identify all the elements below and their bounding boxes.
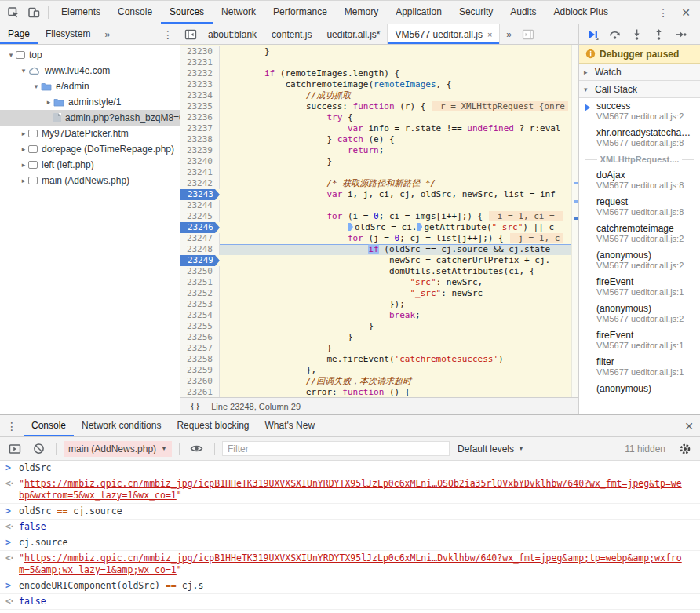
hide-navigator-icon[interactable] (180, 25, 201, 44)
clear-console-icon[interactable] (28, 440, 49, 458)
kebab-menu-icon[interactable]: ⋮ (156, 28, 180, 41)
inspect-element-icon[interactable] (3, 3, 24, 22)
console-filter-input[interactable] (222, 441, 450, 456)
panel-tab-console[interactable]: Console (109, 1, 161, 24)
tree-item-e-admin[interactable]: ▾e/admin (0, 78, 180, 94)
call-stack-frame[interactable]: successVM5677 ueditor.all.js:2 (579, 98, 700, 125)
line-number[interactable]: 23248 (180, 244, 220, 255)
more-tabs-icon[interactable]: » (98, 29, 116, 40)
chevron-right-icon[interactable]: ▸ (19, 161, 28, 169)
code-line[interactable]: 23236 try { (180, 112, 578, 123)
call-stack-frame[interactable]: (anonymous) (579, 381, 700, 397)
code-line[interactable]: 23245 for (i = 0; ci = imgs[i++];) { i =… (180, 211, 578, 222)
code-line[interactable]: 23244 (180, 200, 578, 211)
execution-line[interactable]: 23248 if (oldSrc == cj.source && cj.stat… (180, 244, 578, 255)
panel-tab-audits[interactable]: Audits (501, 1, 545, 24)
chevron-down-icon[interactable]: ▾ (6, 51, 16, 59)
execution-context-select[interactable]: main (AddNews.php) ▼ (64, 441, 172, 457)
code-line[interactable]: 23242 /* 获取源路径和新路径 */ (180, 178, 578, 189)
editor-scrollbar[interactable] (571, 45, 578, 397)
line-number[interactable]: 23233 (180, 79, 220, 90)
code-line[interactable]: 23241 (180, 167, 578, 178)
call-stack-frame[interactable]: doAjaxVM5677 ueditor.all.js:8 (579, 167, 700, 194)
line-number[interactable]: 23259 (180, 365, 220, 376)
url-link[interactable]: https://mmbiz.qpic.cn/mmbiz_jpg/icpB1HHe… (19, 553, 682, 575)
drawer-tab-network-conditions[interactable]: Network conditions (74, 415, 169, 436)
tree-item-top[interactable]: ▾top (0, 47, 180, 63)
code-line[interactable]: 23234 //成功抓取 (180, 90, 578, 101)
code-line[interactable]: 23243 var i, j, ci, cj, oldSrc, newSrc, … (180, 189, 578, 200)
line-number[interactable]: 23240 (180, 156, 220, 167)
tree-item-admin-php-ehash-bzqm8-0[interactable]: admin.php?ehash_bzqM8=0 (0, 110, 180, 126)
code-line[interactable]: 23258 me.fireEvent('catchremotesuccess') (180, 354, 578, 365)
call-stack-frame[interactable]: catchremoteimageVM5677 ueditor.all.js:2 (579, 221, 700, 247)
line-number[interactable]: 23230 (180, 46, 220, 57)
line-number[interactable]: 23250 (180, 266, 220, 277)
tree-item-left-left-php[interactable]: ▸left (left.php) (0, 157, 180, 173)
panel-tab-network[interactable]: Network (213, 1, 264, 24)
close-drawer-icon[interactable]: ✕ (678, 420, 700, 432)
call-stack-frame[interactable]: fireEventVM5677 ueditor.all.js:1 (579, 327, 700, 354)
line-number[interactable]: 23257 (180, 343, 220, 354)
line-number[interactable]: 23247 (180, 233, 220, 244)
code-line[interactable]: 23238 } catch (e) { (180, 134, 578, 145)
step-into-button[interactable] (626, 26, 647, 43)
code-line[interactable]: 23237 var info = r.state !== undefined ?… (180, 123, 578, 134)
chevron-down-icon[interactable]: ▾ (31, 82, 41, 90)
call-stack-frame[interactable]: xhr.onreadystatecha…VM5677 ueditor.all.j… (579, 125, 700, 151)
drawer-tab-console[interactable]: Console (24, 415, 74, 436)
call-stack-frame[interactable]: requestVM5677 ueditor.all.js:8 (579, 194, 700, 221)
code-line[interactable]: 23261 error: function () { (180, 387, 578, 397)
code-line[interactable]: 23232 if (remoteImages.length) { (180, 68, 578, 79)
device-toolbar-icon[interactable] (24, 3, 44, 22)
console-input-row[interactable]: >cj.source (0, 535, 700, 551)
line-number[interactable]: 23239 (180, 145, 220, 156)
watch-section-header[interactable]: ▸ Watch (579, 64, 700, 81)
console-output-row[interactable]: <·"https://mmbiz.qpic.cn/mmbiz_jpg/icpB1… (0, 551, 700, 578)
console-input-row[interactable]: >encodeURIComponent(oldSrc) == cj.s (0, 578, 700, 594)
more-tabs-icon[interactable]: » (500, 29, 518, 40)
line-number[interactable]: 23256 (180, 332, 220, 343)
line-number[interactable]: 23232 (180, 68, 220, 79)
close-tab-icon[interactable]: × (487, 30, 492, 39)
call-stack-frame[interactable]: fireEventVM5677 ueditor.all.js:1 (579, 274, 700, 301)
code-line[interactable]: 23235 success: function (r) { r = XMLHtt… (180, 101, 578, 112)
tree-item-my97datepicker-htm[interactable]: ▸My97DatePicker.htm (0, 126, 180, 141)
chevron-right-icon[interactable]: ▸ (19, 177, 28, 184)
line-number[interactable]: 23244 (180, 200, 220, 211)
step-out-button[interactable] (648, 26, 669, 43)
console-sidebar-toggle-icon[interactable] (5, 440, 25, 458)
code-line[interactable]: 23252 "_src": newSrc (180, 288, 578, 299)
panel-tab-performance[interactable]: Performance (264, 1, 336, 24)
resume-button[interactable] (582, 26, 603, 43)
code-line[interactable]: 23259 }, (180, 365, 578, 376)
console-output-row[interactable]: <·false (0, 594, 700, 610)
console-input-row[interactable]: >oldSrc (0, 461, 700, 476)
code-line[interactable]: 23250 domUtils.setAttributes(ci, { (180, 266, 578, 277)
code-line[interactable]: 23247 for (j = 0; cj = list[j++];) { j =… (180, 233, 578, 244)
code-line[interactable]: 23239 return; (180, 145, 578, 156)
line-number[interactable]: 23245 (180, 211, 220, 222)
code-line[interactable]: 23255 } (180, 321, 578, 332)
next-editor-icon[interactable] (518, 25, 538, 44)
panel-tab-sources[interactable]: Sources (161, 1, 213, 24)
call-stack-frame[interactable]: filterVM5677 ueditor.all.js:1 (579, 354, 700, 381)
drawer-tab-what-s-new[interactable]: What's New (257, 415, 323, 436)
editor-tab-content-js[interactable]: content.js (264, 24, 319, 44)
code-line[interactable]: 23256 } (180, 332, 578, 343)
code-line[interactable]: 23240 } (180, 156, 578, 167)
call-stack-section-header[interactable]: ▾ Call Stack (579, 81, 700, 98)
tree-item-dorepage-dotimerepage-php[interactable]: ▸dorepage (DoTimeRepage.php) (0, 141, 180, 157)
breakpoint-flag[interactable]: 23249 (180, 255, 220, 266)
console-output-row[interactable]: <·"https://mmbiz.qpic.cn/mmbiz_jpg/icpB1… (0, 476, 700, 504)
chevron-down-icon[interactable]: ▾ (19, 67, 28, 75)
line-number[interactable]: 23231 (180, 57, 220, 68)
line-number[interactable]: 23258 (180, 354, 220, 365)
chevron-right-icon[interactable]: ▸ (19, 130, 28, 137)
kebab-menu-icon[interactable]: ⋮ (0, 420, 24, 432)
source-code-viewport[interactable]: 23230 }2323123232 if (remoteImages.lengt… (180, 45, 578, 397)
panel-tab-memory[interactable]: Memory (336, 1, 387, 24)
log-levels-select[interactable]: Default levels ▼ (453, 443, 529, 454)
inline-breakpoint-icon[interactable] (348, 223, 353, 231)
panel-tab-adblock-plus[interactable]: Adblock Plus (545, 1, 617, 24)
